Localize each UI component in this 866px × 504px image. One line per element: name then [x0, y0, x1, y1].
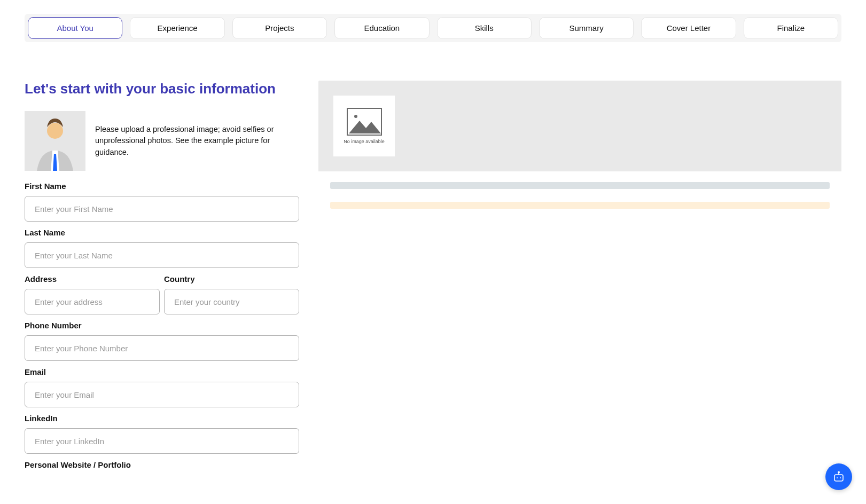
- preview-no-image: No image available: [333, 96, 395, 156]
- svg-point-1: [354, 115, 357, 118]
- tab-skills[interactable]: Skills: [437, 17, 532, 39]
- preview-skeleton-line: [330, 182, 830, 189]
- svg-point-6: [840, 477, 841, 478]
- website-label: Personal Website / Portfolio: [25, 460, 299, 469]
- chat-widget-button[interactable]: [825, 463, 852, 490]
- email-input[interactable]: [25, 382, 299, 407]
- no-image-text: No image available: [344, 139, 385, 144]
- page-title: Let's start with your basic information: [25, 81, 299, 97]
- linkedin-input[interactable]: [25, 428, 299, 454]
- tab-label: Experience: [158, 23, 198, 33]
- svg-point-4: [838, 471, 839, 472]
- country-label: Country: [164, 274, 299, 284]
- phone-label: Phone Number: [25, 321, 299, 330]
- last-name-input[interactable]: [25, 242, 299, 268]
- tab-label: Cover Letter: [667, 23, 711, 33]
- resume-preview: No image available: [318, 81, 841, 467]
- address-label: Address: [25, 274, 160, 284]
- tab-label: Skills: [475, 23, 494, 33]
- avatar-upload[interactable]: [25, 111, 85, 171]
- avatar-placeholder-icon: [25, 111, 85, 171]
- address-input[interactable]: [25, 289, 160, 314]
- chatbot-icon: [832, 470, 845, 483]
- tab-experience[interactable]: Experience: [130, 17, 224, 39]
- tab-projects[interactable]: Projects: [232, 17, 327, 39]
- phone-input[interactable]: [25, 335, 299, 361]
- svg-rect-2: [834, 475, 843, 481]
- tab-education[interactable]: Education: [334, 17, 429, 39]
- first-name-label: First Name: [25, 182, 299, 191]
- tab-about-you[interactable]: About You: [28, 17, 122, 39]
- tab-label: Summary: [569, 23, 603, 33]
- tabs-nav: About You Experience Projects Education …: [25, 14, 841, 42]
- tab-label: Education: [364, 23, 400, 33]
- email-label: Email: [25, 367, 299, 376]
- avatar-help-text: Please upload a professional image; avoi…: [95, 124, 299, 158]
- linkedin-label: LinkedIn: [25, 414, 299, 423]
- tab-cover-letter[interactable]: Cover Letter: [641, 17, 736, 39]
- tab-label: Finalize: [777, 23, 805, 33]
- tab-summary[interactable]: Summary: [539, 17, 634, 39]
- tab-label: Projects: [265, 23, 294, 33]
- no-image-icon: [347, 108, 382, 136]
- first-name-input[interactable]: [25, 196, 299, 222]
- last-name-label: Last Name: [25, 228, 299, 237]
- preview-skeleton-line: [330, 202, 830, 209]
- country-input[interactable]: [164, 289, 299, 314]
- tab-finalize[interactable]: Finalize: [744, 17, 838, 39]
- svg-point-5: [837, 477, 838, 478]
- tab-label: About You: [57, 23, 93, 33]
